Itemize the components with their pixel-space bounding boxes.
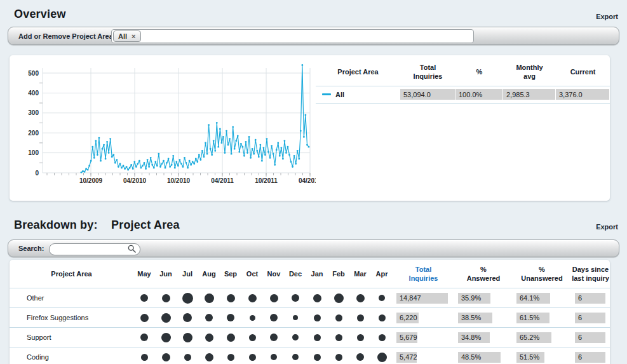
inquiry-volume-dot (227, 354, 234, 361)
filter-tag-all[interactable]: All × (113, 30, 141, 42)
month-dot-cell (220, 354, 241, 361)
summary-column-header: Project Area (316, 67, 400, 76)
inquiry-volume-dot (293, 315, 298, 320)
inquiries-time-series-chart: 010020030040050010/200904/201010/201004/… (10, 57, 316, 190)
month-dot-cell (155, 294, 177, 302)
month-dot-cell (285, 354, 306, 360)
inquiry-volume-dot (182, 293, 193, 304)
inquiry-volume-dot (335, 314, 342, 321)
search-input[interactable] (49, 243, 140, 255)
month-dot-cell (133, 294, 155, 302)
total-inquiries-cell: 5,679 (393, 332, 454, 343)
month-column-header: Mar (349, 269, 371, 278)
inquiry-volume-dot (249, 334, 256, 341)
percent-unanswered-cell: 61.5% (513, 313, 571, 323)
inquiry-volume-dot (249, 354, 256, 361)
inquiry-volume-dot (205, 353, 213, 361)
overview-panel: 010020030040050010/200904/201010/201004/… (10, 55, 610, 201)
month-dot-cell (349, 334, 371, 341)
month-dot-cell (241, 334, 263, 341)
project-area-filter-input[interactable]: All × (111, 29, 474, 43)
month-dot-cell (155, 333, 177, 342)
inquiry-volume-dot (227, 294, 235, 302)
percent-unanswered-bar: 65.2% (516, 332, 551, 343)
month-column-header: Oct (241, 269, 263, 278)
breakdown-export-link[interactable]: Export (596, 223, 618, 231)
total-inquiries-bar: 14,847 (396, 293, 448, 304)
y-axis-tick-label: 400 (28, 90, 39, 97)
project-area-name: Other (10, 294, 133, 302)
breakdown-title: Project Area (111, 219, 180, 232)
value-column-header[interactable]: %Answered (454, 265, 513, 283)
search-label: Search: (18, 245, 44, 252)
days-since-cell: 6 (571, 332, 610, 343)
inquiry-volume-dot (205, 293, 214, 303)
inquiry-volume-dot (314, 334, 321, 341)
breakdown-name-column-header: Project Area (10, 269, 133, 278)
inquiry-volume-dot (314, 314, 321, 321)
overview-export-link[interactable]: Export (596, 13, 618, 20)
inquiry-volume-dot (183, 313, 192, 322)
percent-unanswered-cell: 64.1% (513, 293, 571, 304)
inquiry-volume-dot (379, 314, 386, 321)
y-axis-tick-label: 500 (28, 70, 39, 77)
month-column-header: May (133, 269, 155, 278)
total-inquiries-bar: 5,472 (396, 352, 417, 363)
percent-answered-bar: 34.8% (458, 332, 490, 343)
project-area-filter-toolbar: Add or Remove Project Area All × (8, 27, 619, 45)
breakdown-search-toolbar: Search: (8, 239, 619, 257)
inquiry-volume-dot (270, 294, 278, 302)
month-dot-cell (155, 353, 177, 361)
value-column-header[interactable]: TotalInquiries (393, 265, 454, 283)
month-dot-cell (198, 353, 220, 361)
value-column-header[interactable]: Days sincelast inquiry (571, 265, 610, 283)
inquiry-volume-dot (248, 294, 257, 302)
days-since-cell: 6 (571, 352, 610, 363)
percent-answered-bar: 35.9% (458, 293, 490, 304)
month-dot-cell (263, 334, 285, 341)
month-column-header: Feb (328, 269, 349, 278)
y-axis-tick-label: 0 (35, 170, 39, 177)
project-area-name: Coding (10, 353, 133, 361)
month-dot-cell (133, 354, 155, 361)
inquiry-volume-dot (357, 314, 364, 321)
month-dot-cell (285, 315, 306, 320)
days-since-cell: 6 (571, 293, 610, 304)
inquiry-volume-dot (184, 354, 191, 361)
inquiry-volume-dot (334, 293, 344, 303)
summary-current-bar: 3,376.0 (556, 89, 609, 100)
inquiry-volume-dot (356, 353, 364, 361)
filter-label: Add or Remove Project Area (18, 32, 113, 40)
month-dot-cell (177, 333, 198, 342)
inquiry-volume-dot (250, 315, 255, 321)
month-column-header: Apr (371, 269, 393, 278)
percent-unanswered-cell: 51.5% (513, 352, 571, 363)
x-axis-tick-label: 10/2010 (167, 177, 191, 184)
total-inquiries-bar: 5,679 (396, 332, 417, 343)
inquiry-volume-dot (227, 334, 235, 342)
days-since-bar: 6 (575, 313, 605, 323)
month-column-header: Sep (220, 269, 241, 278)
breakdown-table-row: Firefox Suggestions6,22038.5%61.5%6 (10, 308, 610, 328)
month-dot-cell (220, 334, 241, 342)
y-axis-tick-label: 300 (28, 109, 39, 116)
value-column-header[interactable]: %Unanswered (513, 265, 571, 283)
month-dot-cell (328, 334, 349, 341)
inquiry-volume-dot (162, 353, 170, 361)
inquiry-volume-dot (357, 334, 364, 341)
month-dot-cell (263, 354, 285, 360)
month-column-header: Jan (306, 269, 328, 278)
inquiry-volume-dot (270, 334, 278, 341)
inquiry-volume-dot (335, 354, 342, 361)
filter-tag-close-icon[interactable]: × (131, 33, 135, 40)
month-dot-cell (371, 295, 393, 301)
month-dot-cell (306, 334, 328, 341)
summary-monthly-avg-bar: 2,985.3 (503, 89, 555, 100)
month-dot-cell (177, 293, 198, 304)
breakdown-panel: Project AreaMayJunJulAugSepOctNovDecJanF… (10, 260, 610, 364)
inquiry-volume-dot (161, 313, 171, 323)
percent-unanswered-bar: 64.1% (516, 293, 550, 304)
breakdown-table-body: Other14,84735.9%64.1%6Firefox Suggestion… (10, 288, 610, 364)
month-dot-cell (177, 313, 198, 322)
inquiry-volume-dot (227, 314, 234, 321)
